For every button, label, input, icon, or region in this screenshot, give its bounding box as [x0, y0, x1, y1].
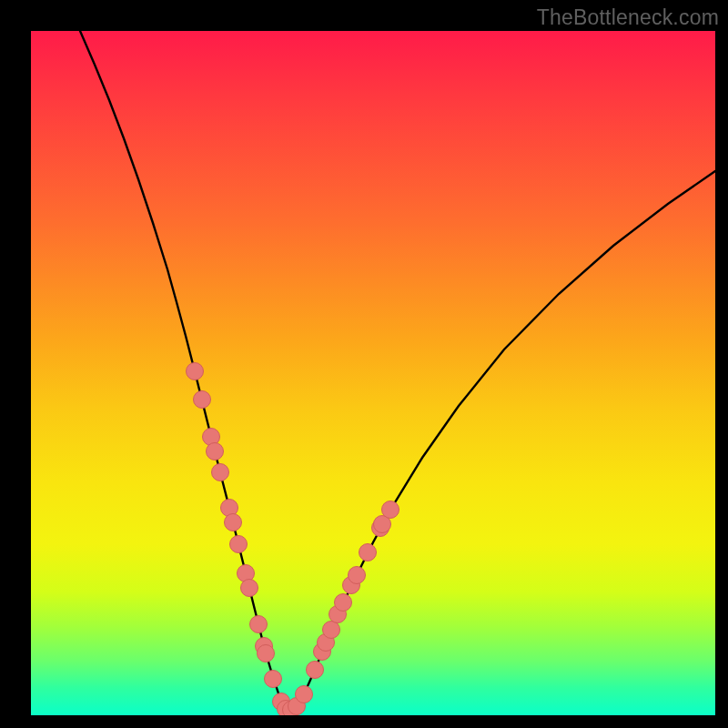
watermark-text: TheBottleneck.com [537, 5, 719, 30]
data-marker [187, 363, 204, 380]
data-marker [265, 671, 282, 688]
data-marker [194, 391, 211, 409]
data-marker [212, 464, 229, 481]
data-marker [307, 662, 324, 679]
data-marker [258, 645, 275, 662]
data-marker [250, 616, 268, 633]
data-marker [241, 580, 258, 597]
data-marker [225, 514, 242, 531]
data-marker [349, 567, 366, 584]
data-marker [335, 594, 352, 612]
plot-area [31, 31, 715, 715]
data-marker [359, 544, 377, 561]
chart-frame: TheBottleneck.com [0, 0, 728, 728]
data-marker [207, 443, 224, 460]
data-marker [323, 622, 340, 639]
data-marker [296, 686, 313, 703]
chart-svg [31, 31, 715, 715]
data-marker [230, 536, 248, 553]
marker-group [187, 363, 399, 716]
data-marker [382, 501, 399, 519]
bottleneck-curve [80, 31, 715, 710]
